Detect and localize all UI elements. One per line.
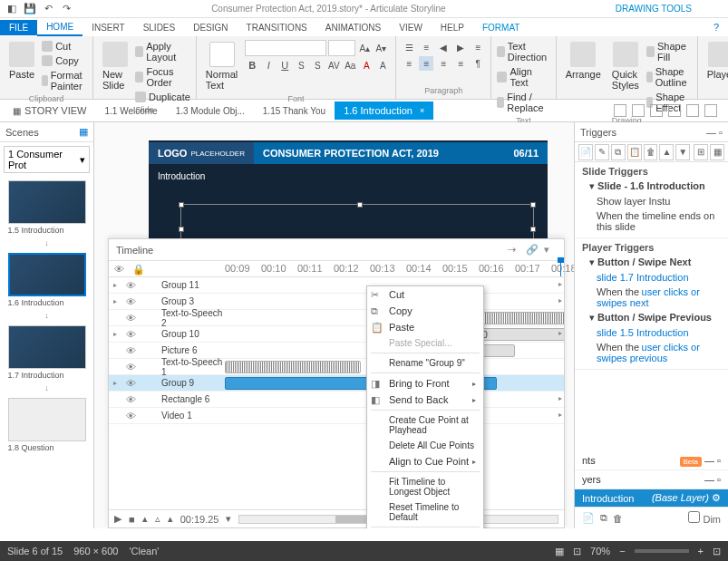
delete-trigger-button[interactable]: 🗑: [644, 144, 658, 160]
highlight-button[interactable]: A: [359, 58, 374, 73]
timeline-row[interactable]: ▸👁Group 11▸: [109, 277, 564, 294]
normal-text-button[interactable]: Normal Text: [202, 40, 241, 92]
cm-delete-cue[interactable]: Delete All Cue Points: [367, 438, 483, 453]
zoom-out-button[interactable]: −: [619, 546, 625, 556]
timeline-row[interactable]: ▸👁Group 10▦ Group 10▸: [109, 326, 564, 343]
shrink-font-icon[interactable]: A▾: [374, 41, 388, 55]
cm-copy[interactable]: ⧉Copy: [367, 303, 483, 319]
trigger-item[interactable]: ▾ Slide - 1.6 Introduction: [582, 179, 721, 194]
triggers-settings-button[interactable]: ▦: [710, 144, 724, 160]
cm-rename[interactable]: Rename "Group 9": [367, 355, 483, 371]
base-layer-row[interactable]: Introduction (Base Layer) ⚙: [575, 489, 728, 507]
eye-header-icon[interactable]: 👁: [114, 264, 125, 275]
undo-icon[interactable]: ↶: [42, 3, 54, 15]
new-slide-button[interactable]: New Slide: [99, 40, 131, 92]
slide-tab-2[interactable]: 1.3 Module Obj...: [167, 102, 254, 120]
font-family-select[interactable]: [245, 40, 326, 56]
device-tablet-landscape-icon[interactable]: [632, 104, 645, 117]
timeline-row[interactable]: 👁Text-to-Speech 1: [109, 359, 564, 375]
tab-design[interactable]: DESIGN: [184, 20, 237, 35]
justify-button[interactable]: ≡: [453, 56, 468, 71]
case-button[interactable]: Aa: [343, 58, 357, 73]
cm-fit-timeline[interactable]: Fit Timeline to Longest Object: [367, 474, 483, 499]
cm-create-cue[interactable]: Create Cue Point at Playhead: [367, 412, 483, 438]
bold-button[interactable]: B: [245, 58, 259, 73]
triggers-collapse-icon[interactable]: —: [706, 127, 716, 138]
align-center-button[interactable]: ≡: [419, 56, 433, 71]
outdent-button[interactable]: ◀: [436, 40, 451, 54]
timeline-link-icon[interactable]: 🔗: [526, 244, 539, 256]
format-painter-button[interactable]: Format Painter: [42, 69, 87, 92]
help-icon[interactable]: ?: [713, 22, 728, 33]
cm-cut[interactable]: ✂Cut: [367, 286, 483, 303]
stop-button[interactable]: ■: [129, 514, 135, 525]
slide-tab-1[interactable]: 1.1 Welcome: [95, 102, 166, 120]
bullets-button[interactable]: ☰: [402, 40, 416, 54]
slide-tab-4[interactable]: 1.6 Introduction×: [335, 102, 433, 120]
eye-icon[interactable]: 👁: [121, 345, 140, 356]
eye-icon[interactable]: 👁: [121, 394, 140, 405]
time-menu-icon[interactable]: ▾: [226, 513, 231, 525]
triggers-close-icon[interactable]: ▫: [719, 127, 723, 138]
spacing-button[interactable]: AV: [326, 58, 341, 73]
edit-trigger-button[interactable]: ✎: [595, 144, 609, 160]
tab-insert[interactable]: INSERT: [83, 20, 134, 35]
timeline-row[interactable]: 👁Rectangle 6▸: [109, 392, 564, 408]
zoom-in-button[interactable]: +: [698, 546, 704, 556]
copy-trigger-button[interactable]: ⧉: [611, 144, 626, 160]
slide-thumb[interactable]: 1.6 Introduction↓: [8, 253, 86, 322]
timeline-row-selected[interactable]: ▸👁Group 9: [109, 375, 564, 392]
apply-layout-button[interactable]: Apply Layout: [135, 40, 190, 63]
add-layer-button[interactable]: 📄: [582, 512, 595, 524]
shape-fill-button[interactable]: Shape Fill: [646, 40, 692, 63]
indent-button[interactable]: ▶: [453, 40, 468, 54]
grow-font-icon[interactable]: A▴: [357, 41, 372, 55]
eye-icon[interactable]: 👁: [121, 313, 140, 324]
eye-icon[interactable]: 👁: [121, 378, 140, 389]
cm-send-back[interactable]: ◧Send to Back▸: [367, 392, 483, 408]
timeline-collapse-icon[interactable]: ▾: [544, 244, 557, 256]
duplicate-layer-button[interactable]: ⧉: [600, 512, 607, 524]
numbering-button[interactable]: ≡: [419, 40, 433, 54]
font-color-button[interactable]: A: [375, 58, 390, 73]
cm-bring-front[interactable]: ◨Bring to Front▸: [367, 375, 483, 392]
tab-format[interactable]: FORMAT: [473, 20, 529, 35]
move-up-button[interactable]: ▲: [659, 144, 674, 160]
view-fit-icon[interactable]: ⊡: [573, 546, 581, 557]
tab-file[interactable]: FILE: [0, 20, 37, 35]
scenes-menu-icon[interactable]: ▦: [79, 126, 88, 138]
rtl-button[interactable]: ¶: [471, 56, 485, 71]
zoom-fit-button[interactable]: ⊡: [713, 546, 721, 557]
zoom-slider[interactable]: [635, 549, 689, 553]
trigger-action[interactable]: slide 1.7 Introduction: [582, 270, 721, 285]
trigger-item[interactable]: ▾ Button / Swipe Previous: [582, 310, 721, 325]
delete-layer-button[interactable]: 🗑: [613, 513, 623, 524]
find-replace-button[interactable]: Find / Replace: [497, 91, 549, 114]
paste-trigger-button[interactable]: 📋: [627, 144, 642, 160]
comments-collapse-icon[interactable]: —: [704, 455, 714, 466]
underline-button[interactable]: U: [277, 58, 292, 73]
trigger-action[interactable]: Show layer Instu: [582, 194, 721, 208]
variables-button[interactable]: ⊞: [694, 144, 708, 160]
focus-order-button[interactable]: Focus Order: [135, 65, 190, 89]
align-left-button[interactable]: ≡: [402, 56, 416, 71]
cm-align-cue[interactable]: Align to Cue Point▸: [367, 453, 483, 469]
shadow-button[interactable]: S: [310, 58, 325, 73]
align-text-button[interactable]: Align Text: [497, 65, 549, 89]
copy-button[interactable]: Copy: [42, 54, 87, 67]
redo-icon[interactable]: ↷: [60, 3, 73, 15]
device-phone-portrait-icon[interactable]: [686, 104, 699, 117]
close-tab-icon[interactable]: ×: [420, 106, 424, 115]
player-button[interactable]: Player: [704, 40, 728, 82]
lock-header-icon[interactable]: 🔒: [132, 264, 143, 275]
tab-animations[interactable]: ANIMATIONS: [316, 20, 390, 35]
timeline-flow-icon[interactable]: ⇢: [508, 244, 520, 256]
trigger-action[interactable]: slide 1.5 Introduction: [582, 325, 721, 340]
strike-button[interactable]: S: [294, 58, 308, 73]
move-down-button[interactable]: ▼: [675, 144, 690, 160]
line-spacing-button[interactable]: ≡: [471, 40, 485, 54]
device-phone-landscape-icon[interactable]: [668, 104, 681, 117]
view-normal-icon[interactable]: ▦: [555, 546, 564, 557]
eye-icon[interactable]: 👁: [121, 296, 140, 307]
device-tablet-portrait-icon[interactable]: [650, 104, 663, 117]
